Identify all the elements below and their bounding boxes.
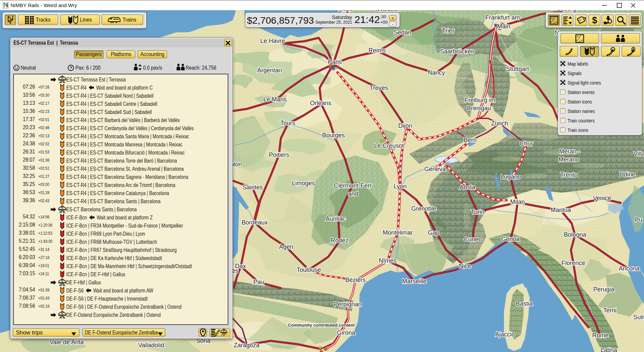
svg-text:Nîmes: Nîmes [379,257,396,264]
svg-text:Venice: Venice [593,195,611,202]
svg-text:Pau: Pau [253,279,264,285]
svg-text:Rome: Rome [592,332,608,339]
svg-text:Troyes: Troyes [370,85,388,91]
svg-text:Le Mans: Le Mans [263,96,286,103]
svg-text:Cuneo: Cuneo [464,236,482,243]
svg-text:Valladolid: Valladolid [138,342,164,349]
svg-text:Clermont-Ferr: Clermont-Ferr [334,182,372,189]
svg-text:Le Havre: Le Havre [260,38,285,44]
svg-text:Vale de Anta: Vale de Anta [50,339,84,346]
svg-text:Bourges: Bourges [322,132,345,139]
svg-text:Aosta: Aosta [460,184,476,191]
svg-text:Stuttgart: Stuttgart [506,66,529,72]
svg-text:Rodez: Rodez [331,237,348,244]
svg-text:Argentan: Argentan [257,67,282,74]
svg-text:Saarbrücken: Saarbrücken [440,48,475,55]
svg-text:Bologna: Bologna [564,231,586,238]
svg-text:Zaragoza: Zaragoza [234,342,260,349]
svg-text:Merano: Merano [558,156,579,163]
svg-text:Grenoble: Grenoble [411,205,436,212]
svg-text:Turin: Turin [471,209,484,215]
svg-text:Paris: Paris [328,58,342,65]
svg-text:Sulm: Sulm [633,314,644,321]
svg-text:Zurich: Zurich [491,120,508,127]
svg-text:Breisgau: Breisgau [467,105,491,112]
svg-text:Girona: Girona [337,329,355,336]
svg-text:Chur: Chur [520,140,533,147]
svg-text:Agen: Agen [279,243,293,250]
svg-text:Marseille: Marseille [402,278,427,285]
svg-text:és: és [232,267,238,274]
svg-text:Bordeaux: Bordeaux [242,219,268,226]
svg-text:Dijon: Dijon [398,122,412,129]
svg-text:Ajaccio: Ajaccio [495,331,515,338]
svg-text:Bern: Bern [464,137,477,143]
svg-text:Le Creusot: Le Creusot [374,142,404,149]
svg-text:Aurillac: Aurillac [325,215,345,222]
svg-text:Lugano: Lugano [501,173,521,180]
svg-text:$: $ [592,16,597,25]
svg-text:Community contributed content: Community contributed content [288,323,355,328]
svg-text:Reims: Reims [368,47,386,54]
svg-text:Pu: Pu [635,216,642,223]
svg-text:Perpignan: Perpignan [334,301,362,308]
svg-text:Nancy: Nancy [428,69,445,76]
svg-text:and: and [348,190,358,197]
svg-text:Béziers: Béziers [345,277,366,283]
svg-text:Florence: Florence [561,260,585,266]
svg-text:Poitiers: Poitiers [269,151,289,158]
svg-text:70: 70 [611,48,614,51]
svg-text:Trento: Trento [560,171,577,178]
svg-text:Meran -: Meran - [559,148,580,155]
svg-text:Sedan: Sedan [394,29,411,36]
svg-text:Nice: Nice [459,263,471,269]
svg-text:Frankfurt am: Frankfurt am [485,14,520,21]
svg-text:Mantua: Mantua [551,207,571,213]
svg-text:Genoa: Genoa [501,236,520,242]
svg-text:Milan: Milan [510,198,525,205]
svg-text:Latina: Latina [600,347,617,352]
svg-text:Geneva: Geneva [424,166,446,172]
svg-text:Toulouse: Toulouse [297,266,321,273]
svg-text:Trier: Trier [442,27,454,34]
svg-text:Orléans: Orléans [310,100,331,107]
svg-text:Freiburg im: Freiburg im [464,97,495,103]
svg-text:Limoges: Limoges [292,180,315,187]
svg-text:Villa: Villa [634,150,644,157]
svg-text:Tours: Tours [280,120,295,126]
svg-text:Montélimar: Montélimar [383,229,413,236]
svg-text:Lyon: Lyon [394,183,407,190]
svg-text:Perugia: Perugia [593,286,615,293]
svg-text:Main: Main [497,23,510,30]
svg-text:Gap: Gap [428,229,439,236]
svg-text:Udine: Udine [619,171,635,178]
svg-text:Bastia: Bastia [516,300,533,307]
svg-text:Saintes: Saintes [243,184,263,191]
svg-text:Terni: Terni [603,307,616,314]
svg-text:Ancona: Ancona [619,265,640,272]
